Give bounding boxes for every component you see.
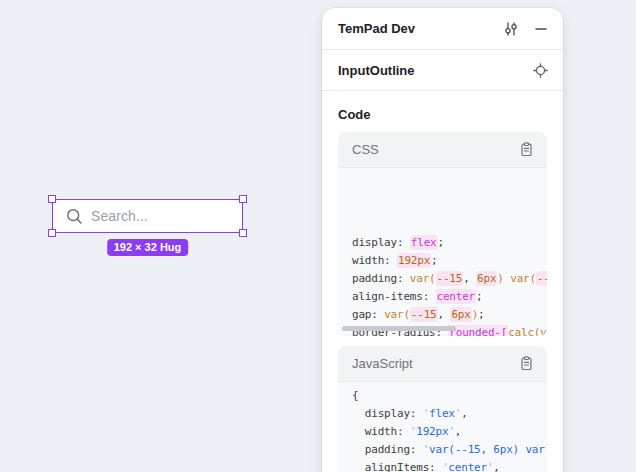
code-token: center (448, 461, 487, 472)
panel-header: TemPad Dev (322, 8, 563, 50)
code-token: var( (410, 272, 436, 285)
code-value-token[interactable]: flex (410, 235, 438, 250)
horizontal-scrollbar-thumb[interactable] (342, 326, 456, 331)
js-card-label: JavaScript (352, 356, 413, 371)
copy-css-button[interactable] (519, 142, 534, 157)
code-token: , (438, 308, 451, 321)
code-value-token[interactable]: 192px (397, 253, 431, 268)
locate-target-icon[interactable] (533, 63, 548, 78)
code-value-token[interactable]: --15 (436, 271, 464, 286)
code-token: va (540, 326, 547, 336)
code-token: padding: (352, 272, 410, 285)
code-card-css: CSS display: flex;width: 192px;padding: … (338, 132, 547, 336)
code-token: , (461, 407, 467, 420)
panel-title: TemPad Dev (338, 21, 415, 36)
code-token: var( (384, 308, 410, 321)
code-token: ; (431, 254, 437, 267)
code-token: ; (478, 308, 484, 321)
clipboard-icon (519, 142, 534, 157)
code-line: alignItems: 'center', (352, 459, 547, 472)
code-line: gap: var(--15, 6px); (352, 306, 547, 324)
code-line: width: 192px; (352, 252, 547, 270)
code-line: width: '192px', (352, 423, 547, 441)
selection-handle-bottom-left[interactable] (48, 229, 56, 237)
code-token: calc( (508, 326, 540, 336)
code-line: padding: var(--15, 6px) var(-- (352, 270, 547, 288)
component-name: InputOutline (338, 63, 415, 78)
code-line: { (352, 387, 547, 405)
search-icon (66, 208, 83, 225)
component-row[interactable]: InputOutline (322, 50, 563, 91)
tempad-dev-panel: TemPad Dev InputOutline (322, 8, 563, 472)
code-token: ; (438, 236, 444, 249)
code-card-javascript: JavaScript { display: 'flex', width: '19… (338, 346, 547, 472)
css-code-block: display: flex;width: 192px;padding: var(… (338, 168, 547, 336)
code-token: display: (352, 407, 423, 420)
search-placeholder: Search... (91, 208, 148, 224)
code-value-token[interactable]: rounded-[ (448, 325, 508, 336)
figma-canvas: Search... 192 × 32 Hug TemPad Dev (0, 0, 636, 472)
code-token: flex (429, 407, 455, 420)
selection-handle-bottom-right[interactable] (239, 229, 247, 237)
code-token: gap: (352, 308, 384, 321)
code-token: { (352, 389, 358, 402)
code-line: align-items: center; (352, 288, 547, 306)
code-token: display: (352, 236, 410, 249)
code-value-token[interactable]: --15 (410, 307, 438, 322)
js-code-block: { display: 'flex', width: '192px', paddi… (338, 382, 547, 472)
selection-outline[interactable]: Search... 192 × 32 Hug (52, 199, 243, 233)
code-line: display: 'flex', (352, 405, 547, 423)
clipboard-icon (519, 356, 534, 371)
code-section-title: Code (338, 107, 547, 122)
code-value-token[interactable]: 6px (476, 271, 497, 286)
code-token: width: (352, 254, 397, 267)
code-value-token[interactable]: -- (536, 271, 547, 286)
code-value-token[interactable]: center (436, 289, 477, 304)
code-value-token[interactable]: 6px (450, 307, 471, 322)
selection-handle-top-right[interactable] (239, 195, 247, 203)
search-input-component[interactable]: Search... (53, 200, 242, 232)
minimize-icon[interactable] (534, 22, 548, 36)
code-line: display: flex; (352, 234, 547, 252)
code-token: padding: (352, 443, 423, 456)
code-token: var( (510, 272, 536, 285)
code-section: Code CSS d (322, 91, 563, 472)
code-token: , (493, 461, 499, 472)
code-token: align-items: (352, 290, 436, 303)
code-token: , (455, 425, 461, 438)
css-card-header: CSS (338, 132, 547, 168)
code-line: padding: 'var(--15, 6px) var( (352, 441, 547, 459)
size-badge: 192 × 32 Hug (107, 239, 189, 256)
adjust-sliders-icon[interactable] (503, 21, 519, 37)
css-card-label: CSS (352, 142, 379, 157)
code-token: 192px (416, 425, 448, 438)
code-token: ; (476, 290, 482, 303)
js-card-header: JavaScript (338, 346, 547, 382)
code-token: , (463, 272, 476, 285)
code-token: width: (352, 425, 410, 438)
selection-handle-top-left[interactable] (48, 195, 56, 203)
code-token: alignItems: (352, 461, 442, 472)
code-token: var(--15, 6px) var( (429, 443, 547, 456)
copy-js-button[interactable] (519, 356, 534, 371)
